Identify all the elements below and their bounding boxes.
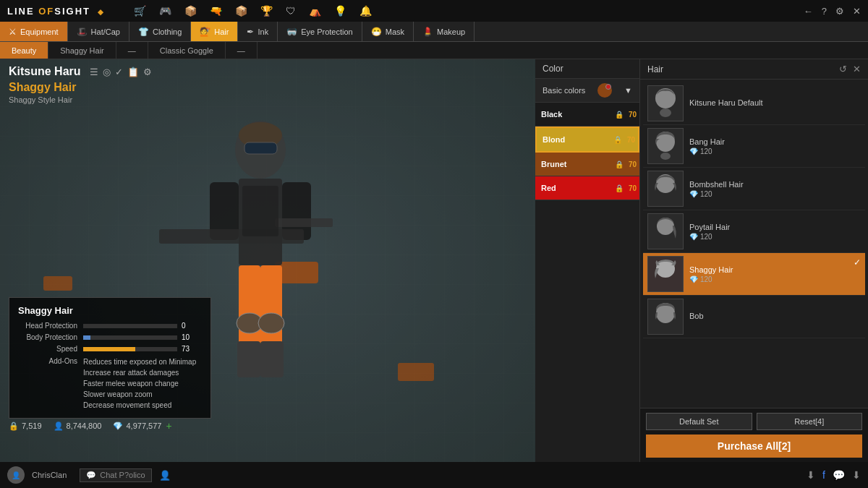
color-brunet-lock-icon: 🔒 — [615, 160, 624, 168]
hair-item-poytail[interactable]: Poytail Hair 💎 120 — [643, 210, 865, 253]
right-panel: Color Basic colors ▼ Black 🔒 70 — [535, 59, 868, 462]
hair-icon-bombshell — [651, 173, 680, 205]
default-set-button[interactable]: Default Set — [646, 413, 752, 430]
hair-item-bang[interactable]: Bang Hair 💎 120 — [643, 125, 865, 168]
list-icon[interactable]: ☰ — [90, 67, 98, 77]
chat-right-icons: ⬇ f 💬 ⬇ — [807, 469, 861, 481]
add-currency-button[interactable]: + — [166, 420, 171, 432]
color-panel-title: Color — [535, 59, 639, 79]
hair-reset-icon[interactable]: ↺ — [839, 64, 847, 74]
addon-item-1: Reduces time exposed on Minimap — [83, 356, 196, 367]
color-blond-cost: 70 — [627, 136, 635, 144]
copy-icon[interactable]: 📋 — [127, 67, 139, 77]
hair-item-default[interactable]: Kitsune Haru Default — [643, 82, 865, 125]
diamond-currency: 💎 4,977,577 + — [113, 420, 171, 432]
box-icon[interactable]: 📦 — [184, 5, 197, 17]
trophy-icon[interactable]: 🏆 — [260, 5, 273, 17]
target-icon[interactable]: ◎ — [103, 67, 111, 77]
facebook-icon[interactable]: f — [822, 469, 825, 481]
hair-close-icon[interactable]: ✕ — [853, 64, 861, 74]
camp-icon[interactable]: ⛺ — [309, 5, 321, 17]
tab-eye-protection[interactable]: 🥽 Eye Protection — [278, 22, 362, 41]
purchase-all-button[interactable]: Purchase All[2] — [646, 435, 862, 458]
color-preview-inner — [605, 84, 611, 90]
chat-type-icon: 💬 — [86, 471, 96, 480]
bang-cost-icon: 💎 — [689, 147, 698, 155]
hair-item-bombshell[interactable]: Bombshell Hair 💎 120 — [643, 168, 865, 210]
hair-tab-icon: 💇 — [200, 27, 210, 37]
gear-icon[interactable]: ⚙ — [143, 67, 152, 77]
tab-makeup[interactable]: 💄 Makeup — [414, 22, 475, 41]
hair-item-bob[interactable]: Bob — [643, 296, 865, 338]
gold-currency: 🔒 7,519 — [9, 421, 42, 431]
color-brunet-row[interactable]: Brunet 🔒 70 — [535, 153, 639, 176]
dropdown-chevron-icon: ▼ — [624, 86, 632, 95]
nav-settings-button[interactable]: ⚙ — [835, 6, 844, 17]
tab-equipment[interactable]: ⚔ Equipment — [0, 22, 68, 41]
color-black-row[interactable]: Black 🔒 70 — [535, 103, 639, 127]
ink-tab-icon: ✒ — [247, 27, 254, 37]
check-icon[interactable]: ✓ — [115, 67, 123, 77]
hair-thumb-shaggy — [647, 256, 684, 292]
download-icon[interactable]: ⬇ — [807, 469, 815, 481]
nav-help-button[interactable]: ? — [822, 6, 827, 17]
hair-item-shaggy[interactable]: Shaggy Hair 💎 120 ✓ — [643, 253, 865, 296]
gamepad-icon[interactable]: 🎮 — [159, 5, 171, 17]
chat-username: ChrisClan — [32, 471, 67, 479]
bell-icon[interactable]: 🔔 — [359, 5, 372, 17]
shaggy-selected-checkmark: ✓ — [854, 257, 861, 267]
tab-mask[interactable]: 😷 Mask — [362, 22, 414, 41]
avatar-icon: 👤 — [12, 471, 20, 479]
tab-ink[interactable]: ✒ Ink — [238, 22, 278, 41]
hair-bottom-actions: Default Set Reset[4] Purchase All[2] — [640, 408, 868, 462]
supply-icon[interactable]: 📦 — [235, 5, 247, 17]
hair-cost-bang: 💎 120 — [689, 147, 861, 155]
reset-button[interactable]: Reset[4] — [757, 413, 863, 430]
hair-name-default: Kitsune Haru Default — [689, 98, 861, 107]
color-red-row[interactable]: Red 🔒 70 — [535, 176, 639, 200]
hair-icon-bang — [651, 130, 680, 162]
stat-speed-bar-bg — [83, 347, 177, 351]
char-action-icons: ☰ ◎ ✓ 📋 ⚙ — [90, 67, 152, 77]
eye-protection-tab-icon: 🥽 — [286, 27, 297, 37]
hair-info-default: Kitsune Haru Default — [689, 98, 861, 108]
subtitle-classic-goggle[interactable]: Classic Goggle — [148, 42, 226, 59]
nav-back-button[interactable]: ← — [804, 6, 813, 17]
shield-icon[interactable]: 🛡 — [286, 5, 296, 17]
hair-info-bob: Bob — [689, 312, 861, 322]
addon-item-5: Decrease movement speed — [83, 400, 196, 411]
svg-rect-14 — [242, 186, 278, 236]
color-red-lock-icon: 🔒 — [615, 184, 624, 192]
chat-input-area[interactable]: 💬 Chat P?olico — [80, 468, 151, 482]
subtitle-sep2: — — [226, 42, 258, 59]
color-black-label: Black — [541, 110, 562, 119]
tab-clothing[interactable]: 👕 Clothing — [129, 22, 191, 41]
stat-head-protection-label: Head Protection — [18, 322, 83, 330]
message-icon[interactable]: 💬 — [833, 469, 845, 481]
svg-point-15 — [655, 88, 676, 108]
gun-icon[interactable]: 🔫 — [210, 5, 222, 17]
color-brunet-label: Brunet — [541, 160, 566, 168]
chat-bar: 👤 ChrisClan 💬 Chat P?olico 👤 ⬇ f 💬 ⬇ — [0, 462, 868, 488]
silver-value: 8,744,800 — [67, 421, 102, 430]
tab-hat[interactable]: 🎩 Hat/Cap — [68, 22, 129, 41]
subtitle-beauty[interactable]: Beauty — [0, 42, 48, 59]
stat-head-protection: Head Protection 0 — [18, 322, 202, 330]
hair-icon-bob — [651, 301, 680, 333]
hair-cost-poytail: 💎 120 — [689, 233, 861, 241]
topbar-nav-icons: 🛒 🎮 📦 🔫 📦 🏆 🛡 ⛺ 💡 🔔 — [134, 5, 372, 17]
tab-hair[interactable]: 💇 Hair — [191, 22, 238, 41]
hair-thumb-bombshell — [647, 171, 684, 207]
color-preview — [597, 83, 612, 98]
color-blond-row[interactable]: Blond 🔒 70 — [535, 127, 639, 153]
svg-rect-6 — [159, 229, 304, 244]
subtitle-shaggy-hair[interactable]: Shaggy Hair — [48, 42, 116, 59]
hair-thumb-poytail — [647, 213, 684, 249]
addons-row: Add-Ons Reduces time exposed on Minimap … — [18, 356, 202, 411]
nav-close-button[interactable]: ✕ — [853, 6, 861, 17]
diamond-value: 4,977,577 — [126, 421, 161, 430]
shop-icon[interactable]: 🛒 — [134, 5, 146, 17]
basic-colors-dropdown[interactable]: Basic colors ▼ — [535, 79, 639, 103]
bulb-icon[interactable]: 💡 — [334, 5, 346, 17]
arrow-down-icon[interactable]: ⬇ — [852, 469, 861, 481]
